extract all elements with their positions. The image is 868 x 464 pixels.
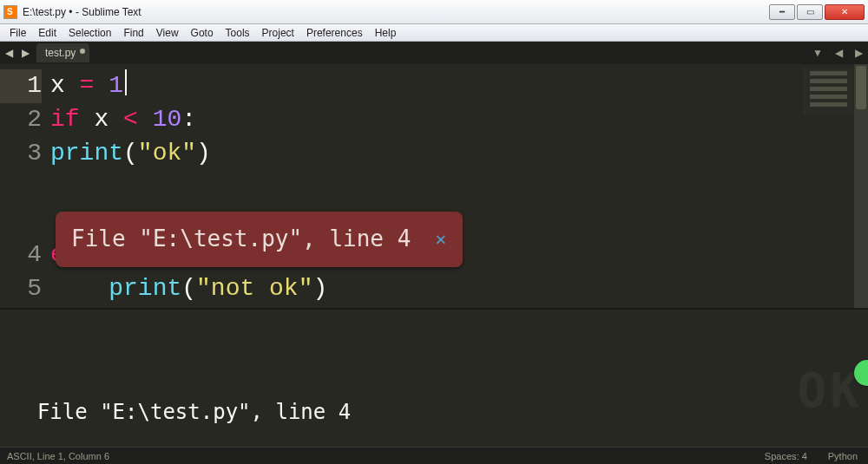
minimap[interactable] — [804, 68, 852, 114]
error-popup-message: File "E:\test.py", line 4 — [71, 224, 411, 255]
status-bar: ASCII, Line 1, Column 6 Spaces: 4 Python — [0, 447, 868, 464]
window-maximize-button[interactable]: ▭ — [797, 4, 823, 20]
menu-preferences[interactable]: Preferences — [300, 25, 369, 41]
pane-nav-forward-icon[interactable]: ▶ — [855, 47, 863, 59]
status-cursor-position[interactable]: ASCII, Line 1, Column 6 — [7, 451, 109, 461]
window-title: E:\test.py • - Sublime Text — [23, 6, 767, 18]
line-number: 1 — [0, 69, 42, 103]
scrollbar-thumb[interactable] — [856, 66, 866, 109]
tab-test-py[interactable]: test.py — [36, 43, 89, 62]
tab-bar: ◀ ▶ test.py ▼ ◀ ▶ — [0, 42, 868, 64]
build-output-panel[interactable]: OK File "E:\test.py", line 4 print("ok")… — [0, 308, 868, 447]
status-indentation[interactable]: Spaces: 4 — [765, 451, 807, 461]
menu-view[interactable]: View — [150, 25, 185, 41]
line-number: 5 — [0, 272, 42, 306]
editor-vertical-scrollbar[interactable] — [854, 64, 868, 308]
code-line[interactable]: print("not ok") — [50, 272, 327, 306]
tab-dirty-indicator-icon — [80, 49, 85, 54]
window-close-button[interactable]: ✕ — [825, 4, 865, 20]
menu-file[interactable]: File — [3, 25, 32, 41]
tab-dropdown-icon[interactable]: ▼ — [812, 47, 823, 59]
line-number: 3 — [0, 137, 42, 171]
code-content[interactable]: x = 1 if x < 10: print("ok") else: print… — [50, 69, 327, 306]
menu-edit[interactable]: Edit — [32, 25, 62, 41]
app-icon — [3, 5, 17, 19]
menu-selection[interactable]: Selection — [62, 25, 117, 41]
code-line[interactable]: print("ok") — [50, 137, 327, 171]
code-line[interactable]: x = 1 — [50, 69, 327, 103]
line-number: 4 — [0, 239, 42, 272]
line-number-gutter: 1 2 3 4 5 — [0, 64, 50, 306]
window-titlebar: E:\test.py • - Sublime Text ━ ▭ ✕ — [0, 0, 868, 24]
menu-help[interactable]: Help — [369, 25, 403, 41]
error-popup-close-icon[interactable]: × — [435, 226, 446, 252]
error-popup: File "E:\test.py", line 4 × — [56, 212, 463, 267]
console-line: File "E:\test.py", line 4 — [12, 399, 856, 427]
menu-goto[interactable]: Goto — [185, 25, 220, 41]
tab-nav-back-icon[interactable]: ◀ — [5, 47, 13, 59]
menu-find[interactable]: Find — [117, 25, 149, 41]
menu-project[interactable]: Project — [256, 25, 300, 41]
status-syntax[interactable]: Python — [828, 451, 858, 461]
editor-pane[interactable]: 1 2 3 4 5 x = 1 if x < 10: print("ok") e… — [0, 64, 868, 308]
code-line[interactable]: if x < 10: — [50, 103, 327, 137]
line-number: 2 — [0, 103, 42, 137]
tab-label: test.py — [45, 47, 76, 59]
text-caret — [125, 69, 127, 95]
menu-bar: File Edit Selection Find View Goto Tools… — [0, 24, 868, 42]
window-minimize-button[interactable]: ━ — [769, 4, 795, 20]
menu-tools[interactable]: Tools — [220, 25, 256, 41]
pane-nav-back-icon[interactable]: ◀ — [835, 47, 843, 59]
tab-nav-forward-icon[interactable]: ▶ — [22, 47, 30, 59]
